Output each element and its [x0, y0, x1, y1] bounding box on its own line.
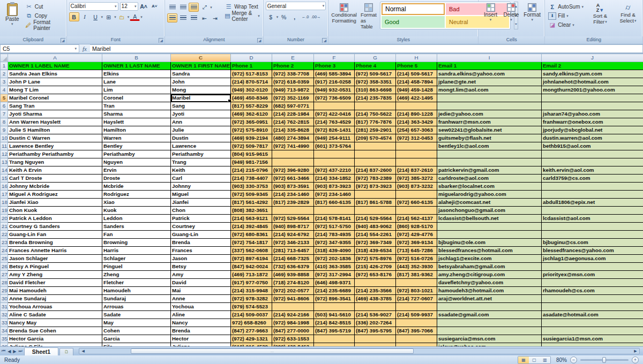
- cell-F26[interactable]: (410) 363-3585: [314, 263, 355, 271]
- cell-G29[interactable]: (214) 235-3566: [355, 287, 396, 295]
- page-break-view-button[interactable]: ▥: [540, 357, 550, 363]
- cell-F4[interactable]: (949) 932-0531: [314, 86, 355, 94]
- cell-H16[interactable]: (903) 873-3232: [396, 183, 437, 191]
- cell-J8[interactable]: franhwarr@onebox.com: [542, 118, 643, 126]
- cell-D20[interactable]: (214) 563-9121: [231, 215, 272, 223]
- cell-D25[interactable]: (972) 897-6194: [231, 255, 272, 263]
- cell-G23[interactable]: (972) 369-7349: [355, 239, 396, 247]
- cell-E9[interactable]: (214) 335-8628: [272, 126, 314, 134]
- row-header-26[interactable]: 26: [1, 263, 8, 271]
- cell-A34[interactable]: Brenda Sue Cohen: [8, 327, 102, 335]
- shrink-font-button[interactable]: A˅: [149, 2, 160, 11]
- cell-B7[interactable]: Sharma: [102, 110, 171, 118]
- cell-C17[interactable]: Miguel: [171, 191, 231, 199]
- row-header-17[interactable]: 17: [1, 191, 8, 199]
- row-header-19[interactable]: 19: [1, 207, 8, 215]
- cell-H32[interactable]: (214) 509-9937: [396, 311, 437, 319]
- cell-F11[interactable]: (601) 373-5764: [314, 142, 355, 150]
- row-header-21[interactable]: 21: [1, 223, 8, 231]
- row-header-10[interactable]: 10: [1, 134, 8, 142]
- cell-E18[interactable]: (817) 239-2829: [272, 199, 314, 207]
- cell-A21[interactable]: Courtney G Sanders: [8, 223, 102, 231]
- row-header-3[interactable]: 3: [1, 78, 8, 86]
- insert-worksheet-tab[interactable]: 🗋: [59, 348, 73, 355]
- cell-H26[interactable]: (443) 352-3930: [396, 263, 437, 271]
- zoom-in-button[interactable]: +: [632, 357, 639, 363]
- cell-D27[interactable]: (469) 713-1872: [231, 271, 272, 279]
- row-header-14[interactable]: 14: [1, 166, 8, 175]
- cell-E28[interactable]: (718) 274-8120: [272, 279, 314, 287]
- cell-H11[interactable]: [396, 142, 437, 150]
- row-header-6[interactable]: 6: [1, 102, 8, 110]
- cell-B6[interactable]: Tran: [102, 102, 171, 110]
- cell-I11[interactable]: bentley1lc@aol.com: [437, 142, 542, 150]
- style-good[interactable]: Good: [382, 16, 445, 28]
- cell-E24[interactable]: (281) 713-6457: [272, 247, 314, 255]
- delete-button[interactable]: Delete▾: [502, 2, 521, 22]
- cell-B35[interactable]: Garcia: [102, 335, 171, 343]
- cell-G9[interactable]: (281) 259-2901: [355, 126, 396, 134]
- cell-G30[interactable]: (469) 438-3785: [355, 295, 396, 303]
- cell-A19[interactable]: Chon Kuok: [8, 207, 102, 215]
- cell-E32[interactable]: (214) 924-2166: [272, 311, 314, 319]
- cell-G8[interactable]: (817) 776-7876: [355, 118, 396, 126]
- cell-F6[interactable]: [314, 102, 355, 110]
- cell-F15[interactable]: (214) 334-1852: [314, 175, 355, 183]
- cell-H34[interactable]: (847) 395-7066: [396, 327, 437, 335]
- grow-font-button[interactable]: A˄: [139, 2, 149, 11]
- cell-F28[interactable]: (646) 498-9371: [314, 279, 355, 287]
- cell-H20[interactable]: (214) 562-4137: [396, 215, 437, 223]
- scrollbar-thumb[interactable]: ⋯: [131, 348, 414, 354]
- cell-I8[interactable]: franhwarr@msn.com: [437, 118, 542, 126]
- cell-G14[interactable]: (214) 837-2600: [355, 166, 396, 175]
- cell-D7[interactable]: (469) 362-6120: [231, 110, 272, 118]
- cell-D11[interactable]: (972) 509-7817: [231, 142, 272, 150]
- cell-C11[interactable]: Lawrence: [171, 142, 231, 150]
- row-header-27[interactable]: 27: [1, 271, 8, 279]
- cell-J28[interactable]: [542, 279, 643, 287]
- column-header-D[interactable]: D: [231, 54, 272, 62]
- cell-J35[interactable]: susiegarcia1@msn.com: [542, 335, 643, 343]
- cell-B15[interactable]: Droste: [102, 175, 171, 183]
- cell-E1[interactable]: Phone 2: [272, 62, 314, 70]
- cell-B8[interactable]: Hayslett: [102, 118, 171, 126]
- fill-button[interactable]: ⬇Fill▾: [547, 12, 585, 20]
- cell-B31[interactable]: Arrouas: [102, 303, 171, 311]
- cell-B30[interactable]: Sundaraj: [102, 295, 171, 303]
- column-header-J[interactable]: J: [542, 54, 643, 62]
- cell-A10[interactable]: Dustin C Warren: [8, 134, 102, 142]
- cell-I27[interactable]: amy.zheng@citigroup.com: [437, 271, 542, 279]
- cell-G13[interactable]: [355, 158, 396, 166]
- row-header-30[interactable]: 30: [1, 295, 8, 303]
- cell-C21[interactable]: Courtney: [171, 223, 231, 231]
- cell-A2[interactable]: Sandra Jean Elkins: [8, 70, 102, 78]
- cell-C32[interactable]: Aline: [171, 311, 231, 319]
- cell-C30[interactable]: Anne: [171, 295, 231, 303]
- cell-G20[interactable]: (214) 529-5564: [355, 215, 396, 223]
- cell-E30[interactable]: (972) 941-8606: [272, 295, 314, 303]
- cell-B28[interactable]: Fletcher: [102, 279, 171, 287]
- cell-D4[interactable]: (949) 302-0120: [231, 86, 272, 94]
- number-format-select[interactable]: General▾: [266, 2, 326, 10]
- align-center-button[interactable]: [178, 13, 188, 22]
- cell-B17[interactable]: Rodriguez: [102, 191, 171, 199]
- alignment-dialog-launcher[interactable]: ◢: [257, 38, 262, 43]
- cell-B19[interactable]: Kuok: [102, 207, 171, 215]
- font-name-select[interactable]: Calibri▾: [69, 2, 118, 11]
- cell-E13[interactable]: [272, 158, 314, 166]
- cell-I12[interactable]: [437, 150, 542, 158]
- cell-I22[interactable]: [437, 231, 542, 239]
- name-box-caret-icon[interactable]: ▾: [74, 47, 77, 51]
- cell-I14[interactable]: patrickervin@gmail.com: [437, 166, 542, 175]
- row-header-8[interactable]: 8: [1, 118, 8, 126]
- cell-A6[interactable]: Sang Tran: [8, 102, 102, 110]
- cell-A9[interactable]: Julie S Hamilton: [8, 126, 102, 134]
- cell-A5[interactable]: Maribel Coronel: [8, 94, 102, 102]
- formula-input[interactable]: Maribel: [90, 44, 643, 53]
- cell-D23[interactable]: (972) 754-1817: [231, 239, 272, 247]
- cell-A26[interactable]: Betsy A Pinguel: [8, 263, 102, 271]
- column-header-B[interactable]: B: [102, 54, 171, 62]
- cell-J2[interactable]: sandy.elkins@yum.com: [542, 70, 643, 78]
- cell-B2[interactable]: Elkins: [102, 70, 171, 78]
- row-header-22[interactable]: 22: [1, 231, 8, 239]
